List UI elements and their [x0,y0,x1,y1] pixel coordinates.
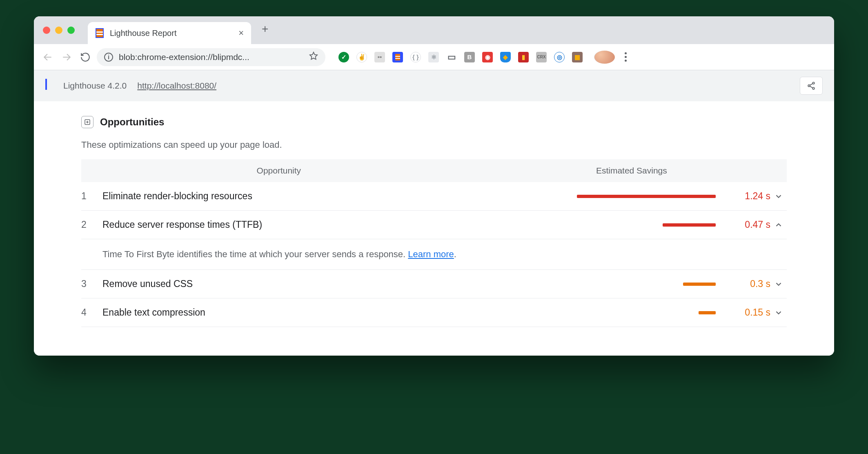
react-icon[interactable]: ⚛ [428,52,439,62]
opportunity-label: Reduce server response times (TTFB) [102,219,441,230]
col-header-opportunity: Opportunity [81,166,476,176]
section-subtitle: These optimizations can speed up your pa… [81,140,787,150]
chevron-down-icon[interactable] [770,280,787,289]
savings-bar-wrap [441,195,718,198]
row-number: 2 [81,219,102,230]
lighthouse-ext-icon[interactable] [392,52,403,62]
opportunity-label: Eliminate render-blocking resources [102,191,441,202]
password-icon[interactable]: •• [374,52,385,62]
share-button[interactable] [800,77,823,95]
tab-bar: Lighthouse Report × + [34,16,834,44]
bookmark-star-icon[interactable] [309,51,318,62]
savings-bar-wrap [441,283,718,286]
url-text: blob:chrome-extension://blipmdc... [119,52,303,62]
tab-title: Lighthouse Report [110,29,176,38]
tab-favicon-icon [95,29,104,38]
opportunities-icon [81,116,93,128]
savings-value: 1.24 s [726,191,770,202]
section-title: Opportunities [100,116,164,128]
checkmark-icon[interactable]: ✓ [338,52,349,62]
savings-bar [577,195,716,198]
report-header: Lighthouse 4.2.0 http://localhost:8080/ [34,70,834,101]
section-header: Opportunities [81,116,787,128]
chest-icon[interactable]: ▦ [572,52,583,62]
opportunity-label: Enable text compression [102,307,441,318]
back-button[interactable] [40,50,55,65]
crx-icon[interactable]: CRX [536,52,547,62]
svg-marker-0 [310,52,317,59]
reload-button[interactable] [78,50,93,65]
site-info-icon[interactable]: i [104,53,113,62]
chevron-up-icon[interactable] [770,220,787,229]
savings-bar [663,223,716,227]
opportunity-row[interactable]: 4 Enable text compression 0.15 s [81,298,787,327]
shield-icon[interactable]: ◆ [500,52,511,62]
close-tab-button[interactable]: × [238,28,244,38]
savings-value: 0.15 s [726,307,770,318]
browser-toolbar: i blob:chrome-extension://blipmdc... ✓✌•… [34,44,834,70]
savings-bar [699,311,716,314]
minimize-window-button[interactable] [55,27,62,34]
braces-icon[interactable]: { } [410,52,421,62]
profile-avatar[interactable] [594,51,615,64]
close-window-button[interactable] [43,27,50,34]
spiral-icon[interactable]: ◉ [482,52,493,62]
savings-bar-wrap [441,311,718,314]
maximize-window-button[interactable] [67,27,75,34]
browser-tab[interactable]: Lighthouse Report × [88,22,251,44]
gesture-icon[interactable]: ✌ [356,52,367,62]
savings-bar [683,283,716,286]
opportunity-label: Remove unused CSS [102,278,441,289]
row-number: 1 [81,191,102,202]
svg-point-1 [812,82,815,84]
opportunity-list: 1 Eliminate render-blocking resources 1.… [81,182,787,327]
chevron-down-icon[interactable] [770,308,787,317]
report-content: Opportunities These optimizations can sp… [34,101,834,356]
savings-value: 0.3 s [726,278,770,289]
target-icon[interactable]: ◎ [554,52,565,62]
table-header: Opportunity Estimated Savings [81,159,787,182]
book-icon[interactable]: ▮ [518,52,529,62]
forward-button[interactable] [59,50,74,65]
savings-value: 0.47 s [726,219,770,230]
browser-menu-button[interactable] [625,52,627,62]
new-tab-button[interactable]: + [257,22,273,36]
laptop-icon[interactable]: ▭ [446,52,457,62]
tested-url-link[interactable]: http://localhost:8080/ [137,81,216,91]
row-number: 4 [81,307,102,318]
svg-line-4 [810,84,813,85]
chevron-down-icon[interactable] [770,192,787,201]
address-bar[interactable]: i blob:chrome-extension://blipmdc... [97,48,325,66]
bold-icon[interactable]: B [464,52,475,62]
lighthouse-logo-icon [45,80,56,92]
window-controls [43,27,75,34]
row-number: 3 [81,278,102,289]
savings-bar-wrap [441,223,718,227]
browser-window: Lighthouse Report × + i blob:chrome-exte… [34,16,834,356]
svg-line-5 [810,86,813,88]
opportunity-row[interactable]: 1 Eliminate render-blocking resources 1.… [81,182,787,211]
product-name: Lighthouse 4.2.0 [63,81,127,91]
extension-icons: ✓✌••{ }⚛▭B◉◆▮CRX◎▦ [338,52,583,62]
svg-point-2 [808,85,810,87]
col-header-savings: Estimated Savings [476,166,787,176]
learn-more-link[interactable]: Learn more [408,249,454,259]
opportunity-detail: Time To First Byte identifies the time a… [81,239,787,270]
opportunity-row[interactable]: 3 Remove unused CSS 0.3 s [81,270,787,298]
opportunity-row[interactable]: 2 Reduce server response times (TTFB) 0.… [81,211,787,239]
svg-point-3 [812,87,815,89]
